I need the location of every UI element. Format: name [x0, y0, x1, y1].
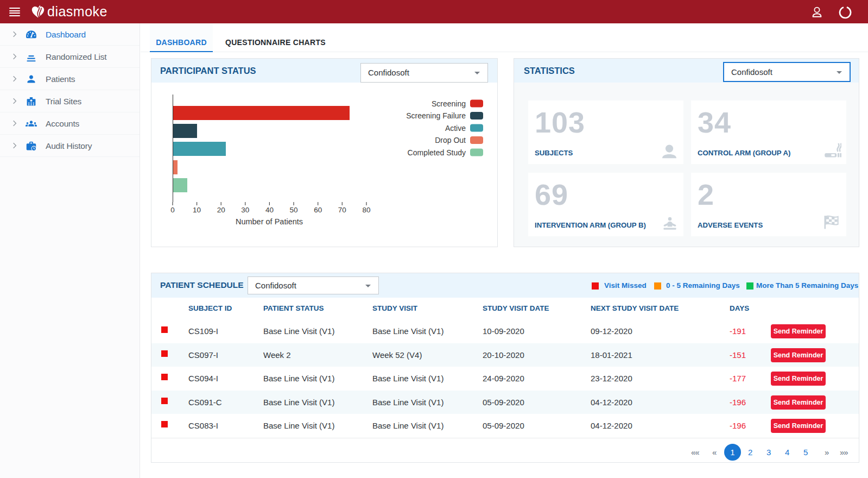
- svg-text:20: 20: [217, 206, 225, 214]
- svg-text:10: 10: [193, 206, 201, 214]
- svg-text:80: 80: [362, 206, 370, 214]
- svg-text:Drop Out: Drop Out: [435, 136, 466, 144]
- svg-text:Completed Study: Completed Study: [408, 148, 466, 157]
- svg-text:70: 70: [338, 206, 346, 214]
- svg-text:40: 40: [265, 206, 274, 214]
- svg-text:Screening: Screening: [432, 99, 466, 108]
- svg-text:50: 50: [289, 206, 297, 214]
- svg-text:0: 0: [170, 206, 175, 214]
- svg-text:Number of Patients: Number of Patients: [236, 217, 303, 226]
- svg-text:Screening Failure: Screening Failure: [406, 111, 466, 120]
- svg-text:Active: Active: [445, 124, 466, 133]
- svg-text:60: 60: [314, 206, 322, 214]
- svg-text:30: 30: [241, 206, 249, 214]
